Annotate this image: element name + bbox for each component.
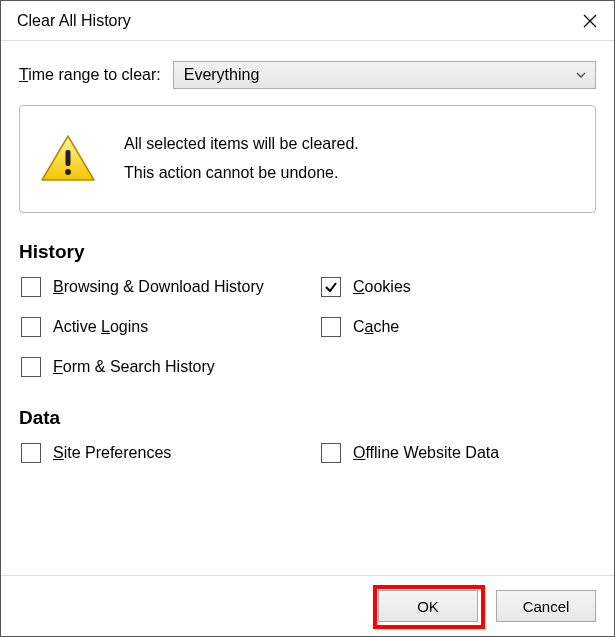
checkbox-browsing-history[interactable]: Browsing & Download History: [21, 277, 321, 297]
checkbox-label: Cookies: [353, 278, 411, 296]
checkbox-label: Offline Website Data: [353, 444, 499, 462]
warning-text: All selected items will be cleared. This…: [124, 130, 359, 188]
section-history-title: History: [19, 241, 596, 263]
timerange-label: Time range to clear:: [19, 66, 161, 84]
ok-button[interactable]: OK: [378, 590, 478, 622]
title-bar: Clear All History: [1, 1, 614, 41]
checkbox-label: Form & Search History: [53, 358, 215, 376]
checkbox-label: Active Logins: [53, 318, 148, 336]
checkbox-label: Browsing & Download History: [53, 278, 264, 296]
checkbox-form-search-history[interactable]: Form & Search History: [21, 357, 321, 377]
warning-panel: All selected items will be cleared. This…: [19, 105, 596, 213]
warning-icon: [40, 134, 96, 184]
chevron-down-icon: [575, 69, 587, 81]
checkbox-active-logins[interactable]: Active Logins: [21, 317, 321, 337]
svg-point-1: [65, 169, 71, 175]
dialog-footer: OK Cancel: [1, 575, 614, 636]
checkbox-label: Cache: [353, 318, 399, 336]
timerange-selected: Everything: [184, 66, 260, 84]
checkbox-cookies[interactable]: Cookies: [321, 277, 596, 297]
section-data-title: Data: [19, 407, 596, 429]
checkbox-label: Site Preferences: [53, 444, 171, 462]
check-icon: [324, 280, 338, 294]
checkbox-cache[interactable]: Cache: [321, 317, 596, 337]
timerange-select[interactable]: Everything: [173, 61, 596, 89]
close-button[interactable]: [566, 1, 614, 41]
svg-rect-0: [66, 150, 71, 166]
cancel-button[interactable]: Cancel: [496, 590, 596, 622]
checkbox-offline-website-data[interactable]: Offline Website Data: [321, 443, 596, 463]
checkbox-site-preferences[interactable]: Site Preferences: [21, 443, 321, 463]
close-icon: [583, 14, 597, 28]
window-title: Clear All History: [17, 12, 131, 30]
